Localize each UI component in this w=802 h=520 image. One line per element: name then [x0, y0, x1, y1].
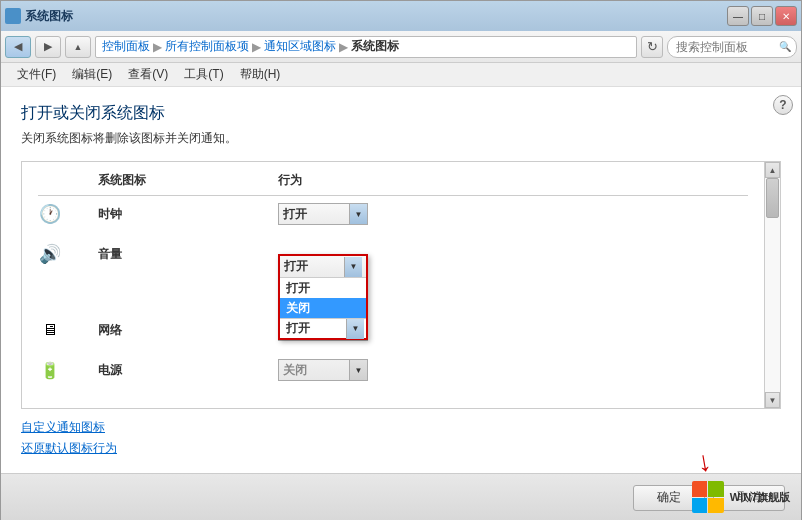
address-path: 控制面板 ▶ 所有控制面板项 ▶ 通知区域图标 ▶ 系统图标 — [95, 36, 637, 58]
header-name-col: 系统图标 — [98, 172, 278, 189]
volume-inner-value: 打开 — [286, 320, 346, 337]
main-panel: ▲ ▼ 系统图标 行为 🕐 时钟 — [21, 161, 781, 409]
maximize-button[interactable]: □ — [751, 6, 773, 26]
volume-dropdown-popup[interactable]: 打开 ▼ 打开 关闭 打开 ▼ — [278, 254, 368, 340]
clock-icon: 🕐 — [38, 202, 98, 226]
refresh-button[interactable]: ↻ — [641, 36, 663, 58]
power-behavior: 关闭 ▼ — [278, 359, 438, 381]
power-dropdown[interactable]: 关闭 ▼ — [278, 359, 368, 381]
clock-label: 时钟 — [98, 206, 278, 223]
page-description: 关闭系统图标将删除该图标并关闭通知。 — [21, 130, 781, 147]
header-behavior-col: 行为 — [278, 172, 438, 189]
path-all-items[interactable]: 所有控制面板项 — [165, 38, 249, 55]
bottom-links: 自定义通知图标 还原默认图标行为 — [21, 419, 781, 457]
table-row: 🕐 时钟 打开 ▼ — [38, 202, 748, 226]
volume-popup-header: 打开 ▼ — [280, 256, 366, 278]
menu-help[interactable]: 帮助(H) — [232, 64, 289, 85]
power-dropdown-value: 关闭 — [283, 362, 349, 379]
table-row: 🔊 音量 打开 ▼ 打开 关闭 — [38, 242, 748, 266]
table-header: 系统图标 行为 — [38, 172, 748, 196]
title-bar: 系统图标 — □ ✕ — [1, 1, 801, 31]
clock-dropdown[interactable]: 打开 ▼ — [278, 203, 368, 225]
forward-button[interactable]: ▶ — [35, 36, 61, 58]
volume-icon: 🔊 — [38, 242, 98, 266]
scroll-down-button[interactable]: ▼ — [765, 392, 780, 408]
customize-notify-link[interactable]: 自定义通知图标 — [21, 419, 781, 436]
close-button[interactable]: ✕ — [775, 6, 797, 26]
scroll-track[interactable] — [765, 178, 780, 392]
clock-dropdown-value: 打开 — [283, 206, 349, 223]
volume-popup-arrow[interactable]: ▼ — [344, 257, 362, 277]
up-button[interactable]: ▲ — [65, 36, 91, 58]
table-row: 🖥 网络 打开 ▼ — [38, 318, 748, 342]
path-notify-area[interactable]: 通知区域图标 — [264, 38, 336, 55]
volume-option-open2[interactable]: 打开 ▼ — [280, 318, 366, 338]
volume-option-close[interactable]: 关闭 — [280, 298, 366, 318]
volume-option-open[interactable]: 打开 — [280, 278, 366, 298]
clock-behavior: 打开 ▼ — [278, 203, 438, 225]
power-icon: 🔋 — [38, 358, 98, 382]
scroll-thumb[interactable] — [766, 178, 779, 218]
header-icon-col — [38, 172, 98, 189]
path-current: 系统图标 — [351, 38, 399, 55]
win7-label: WIN7旗舰版 — [730, 490, 791, 504]
path-control-panel[interactable]: 控制面板 — [102, 38, 150, 55]
page-title: 打开或关闭系统图标 — [21, 103, 781, 124]
scroll-up-button[interactable]: ▲ — [765, 162, 780, 178]
table-container: 系统图标 行为 🕐 时钟 打开 ▼ — [22, 162, 764, 408]
volume-label: 音量 — [98, 246, 278, 263]
window-title: 系统图标 — [25, 8, 723, 25]
flag-yellow — [708, 498, 724, 514]
menu-bar: 文件(F) 编辑(E) 查看(V) 工具(T) 帮助(H) — [1, 63, 801, 87]
search-area — [667, 36, 797, 58]
menu-tools[interactable]: 工具(T) — [176, 64, 231, 85]
volume-inner-dropdown[interactable]: 打开 ▼ — [286, 318, 360, 340]
flag-green — [708, 481, 724, 497]
restore-default-link[interactable]: 还原默认图标行为 — [21, 440, 781, 457]
table-row: 🔋 电源 关闭 ▼ — [38, 358, 748, 382]
volume-inner-arrow[interactable]: ▼ — [346, 319, 364, 339]
address-bar: ◀ ▶ ▲ 控制面板 ▶ 所有控制面板项 ▶ 通知区域图标 ▶ 系统图标 ↻ — [1, 31, 801, 63]
search-input[interactable] — [667, 36, 797, 58]
footer: ↓ 确定 取消 WIN7旗舰版 — [1, 473, 801, 520]
power-label: 电源 — [98, 362, 278, 379]
menu-view[interactable]: 查看(V) — [120, 64, 176, 85]
menu-file[interactable]: 文件(F) — [9, 64, 64, 85]
main-window: 系统图标 — □ ✕ ◀ ▶ ▲ 控制面板 ▶ 所有控制面板项 ▶ 通知区域图标… — [0, 0, 802, 520]
content-area: ? 打开或关闭系统图标 关闭系统图标将删除该图标并关闭通知。 ▲ ▼ 系统图标 … — [1, 87, 801, 473]
power-dropdown-arrow[interactable]: ▼ — [349, 360, 367, 380]
back-button[interactable]: ◀ — [5, 36, 31, 58]
win7-logo: WIN7旗舰版 — [681, 473, 801, 520]
flag-blue — [692, 498, 708, 514]
menu-edit[interactable]: 编辑(E) — [64, 64, 120, 85]
scrollbar[interactable]: ▲ ▼ — [764, 162, 780, 408]
network-label: 网络 — [98, 322, 278, 339]
windows-flag-icon — [692, 481, 724, 513]
network-icon: 🖥 — [38, 318, 98, 342]
flag-red — [692, 481, 708, 497]
title-bar-buttons: — □ ✕ — [727, 6, 797, 26]
window-icon — [5, 8, 21, 24]
volume-popup-value: 打开 — [284, 258, 344, 275]
clock-dropdown-arrow[interactable]: ▼ — [349, 204, 367, 224]
minimize-button[interactable]: — — [727, 6, 749, 26]
help-icon[interactable]: ? — [773, 95, 793, 115]
